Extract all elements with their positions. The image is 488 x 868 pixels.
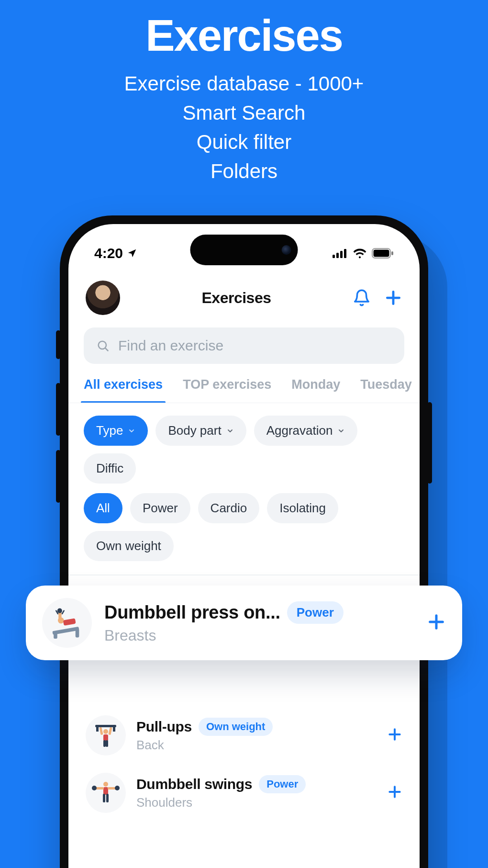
svg-rect-15	[96, 725, 99, 732]
svg-rect-3	[344, 249, 346, 258]
filter-chip-body-part[interactable]: Body part	[155, 416, 246, 446]
svg-rect-19	[99, 727, 103, 735]
exercise-subtitle: Back	[136, 738, 377, 753]
bell-icon[interactable]	[353, 289, 371, 307]
type-chip-isolating[interactable]: Isolating	[267, 493, 338, 523]
search-input[interactable]: Find an exercise	[84, 327, 404, 364]
exercise-info: Pull-ups Own weight Back	[136, 718, 377, 753]
svg-rect-22	[106, 740, 108, 747]
exercise-info: Dumbbell press on... Power Breasts	[104, 601, 414, 644]
svg-rect-33	[54, 632, 57, 639]
add-icon[interactable]	[384, 289, 402, 307]
svg-point-27	[92, 786, 97, 790]
exercise-title: Dumbbell swings	[136, 776, 252, 792]
filter-chip-aggravation[interactable]: Aggravation	[254, 416, 358, 446]
svg-point-23	[103, 782, 108, 787]
add-exercise-button[interactable]	[387, 727, 402, 744]
tab-top-exercises[interactable]: TOP exercises	[183, 377, 271, 403]
svg-point-28	[115, 786, 120, 790]
promo-title: Exercises	[0, 0, 488, 61]
chip-label: Type	[96, 423, 123, 438]
svg-rect-32	[76, 629, 79, 638]
exercise-badge: Own weight	[199, 718, 273, 736]
exercise-info: Dumbbell swings Power Shoulders	[136, 775, 377, 810]
type-chip-own-weight[interactable]: Own weight	[84, 531, 174, 561]
svg-rect-6	[391, 251, 393, 255]
exercise-row-highlighted[interactable]: Dumbbell press on... Power Breasts	[26, 586, 462, 660]
exercise-thumbnail	[42, 598, 92, 648]
promo-line: Folders	[0, 157, 488, 186]
promo-line: Exercise database - 1000+	[0, 69, 488, 99]
filter-chip-difficulty[interactable]: Diffic	[84, 453, 136, 484]
type-chips: All Power Cardio Isolating Own weight	[68, 493, 420, 571]
search-placeholder: Find an exercise	[118, 338, 223, 354]
search-icon	[96, 339, 110, 352]
promo-line: Quick filter	[0, 128, 488, 157]
tab-all-exercises[interactable]: All exercises	[84, 377, 163, 403]
svg-rect-20	[108, 727, 112, 735]
type-chip-cardio[interactable]: Cardio	[198, 493, 260, 523]
status-time: 4:20	[94, 245, 123, 261]
pullup-icon	[91, 721, 120, 750]
page-title: Exercises	[130, 289, 343, 307]
svg-point-37	[57, 609, 62, 613]
svg-point-7	[99, 341, 106, 349]
type-chip-all[interactable]: All	[84, 493, 122, 523]
tab-tuesday[interactable]: Tuesday	[360, 377, 412, 403]
svg-rect-5	[374, 250, 389, 257]
svg-rect-1	[336, 253, 339, 258]
promo-line: Smart Search	[0, 99, 488, 128]
tabs: All exercises TOP exercises Monday Tuesd…	[68, 364, 420, 403]
svg-rect-35	[63, 618, 76, 626]
filter-chip-type[interactable]: Type	[84, 416, 148, 446]
type-chip-power[interactable]: Power	[130, 493, 190, 523]
svg-rect-21	[103, 740, 106, 747]
swing-icon	[91, 778, 120, 807]
chip-label: Body part	[168, 423, 221, 438]
app-header: Exercises	[68, 268, 420, 324]
svg-rect-0	[333, 255, 335, 258]
chip-label: Diffic	[96, 461, 123, 476]
svg-rect-36	[58, 612, 61, 620]
exercise-subtitle: Breasts	[104, 627, 414, 644]
wifi-icon	[353, 248, 367, 259]
chevron-down-icon	[226, 427, 234, 435]
svg-rect-24	[103, 787, 108, 795]
chevron-down-icon	[337, 427, 345, 435]
avatar[interactable]	[86, 281, 120, 315]
battery-icon	[372, 248, 394, 259]
svg-point-17	[103, 729, 108, 734]
exercise-title: Pull-ups	[136, 719, 192, 735]
exercise-title: Dumbbell press on...	[104, 602, 280, 623]
exercise-badge: Power	[287, 601, 344, 624]
exercise-thumbnail	[86, 715, 126, 755]
dynamic-island	[190, 235, 298, 265]
cellular-icon	[333, 248, 348, 258]
chevron-down-icon	[128, 427, 135, 435]
svg-rect-16	[113, 725, 115, 732]
chip-label: Aggravation	[266, 423, 333, 438]
location-icon	[127, 248, 137, 259]
svg-rect-2	[340, 251, 343, 258]
exercise-thumbnail	[86, 773, 126, 813]
tab-monday[interactable]: Monday	[291, 377, 340, 403]
svg-rect-30	[106, 794, 109, 802]
svg-rect-29	[103, 794, 105, 802]
exercise-row[interactable]: Pull-ups Own weight Back	[68, 707, 420, 764]
filter-chips: Type Body part Aggravation Diffic	[68, 403, 420, 493]
exercise-badge: Power	[259, 775, 306, 793]
bench-press-icon	[49, 605, 85, 641]
phone-frame: 4:20 Exercises	[60, 215, 428, 868]
phone-screen: 4:20 Exercises	[68, 224, 420, 868]
promo-lines: Exercise database - 1000+ Smart Search Q…	[0, 69, 488, 186]
exercise-subtitle: Shoulders	[136, 795, 377, 810]
add-exercise-button[interactable]	[387, 784, 402, 801]
exercise-row[interactable]: Dumbbell swings Power Shoulders	[68, 764, 420, 822]
svg-rect-18	[103, 734, 108, 741]
add-exercise-button[interactable]	[427, 612, 446, 633]
